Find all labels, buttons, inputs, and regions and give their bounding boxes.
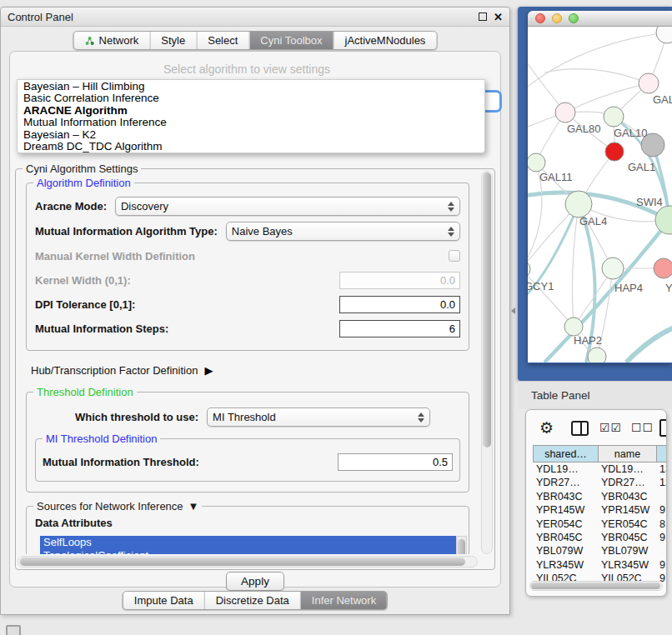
dpi-tolerance-label: DPI Tolerance [0,1]: bbox=[35, 298, 135, 311]
table-row[interactable]: YDR27…YDR27…12 bbox=[533, 476, 667, 489]
data-attributes-list: SelfLoops TopologicalCoefficient Between… bbox=[40, 536, 467, 554]
network-node[interactable] bbox=[588, 348, 606, 362]
sources-collapse-toggle[interactable]: Sources for Network Inference ▼ bbox=[33, 500, 202, 512]
select-all-checkboxes-icon[interactable]: ☑☑ bbox=[599, 421, 622, 434]
control-panel-tabbar: Network Style Select Cyni Toolbox jActiv… bbox=[73, 31, 438, 50]
table-row[interactable]: YPR145WYPR145W9. bbox=[533, 503, 667, 517]
dropdown-option[interactable]: Bayesian – Hill Climbing bbox=[18, 81, 484, 92]
tab-jactivemnodules[interactable]: jActiveMNodules bbox=[333, 32, 437, 49]
network-icon bbox=[85, 36, 95, 46]
network-canvas[interactable]: GAL GAL80 GAL10 GAL1 GAL11 SWI4 GAL4 GCY… bbox=[528, 27, 672, 362]
data-attributes-label: Data Attributes bbox=[35, 517, 462, 529]
column-header-name[interactable]: name bbox=[599, 446, 657, 462]
mi-steps-field[interactable]: 6 bbox=[339, 320, 460, 338]
tab-style[interactable]: Style bbox=[149, 32, 196, 49]
attributes-list-scrollbar[interactable] bbox=[456, 536, 467, 554]
hub-definition-expander[interactable]: Hub/Transcription Factor Definition ▶ bbox=[31, 364, 469, 377]
deselect-all-checkboxes-icon[interactable]: ☐☐ bbox=[631, 421, 654, 434]
node-label: Y bbox=[665, 282, 672, 294]
scrollbar-thumb[interactable] bbox=[458, 539, 465, 554]
scrollbar-thumb[interactable] bbox=[531, 582, 660, 589]
node-label: HAP2 bbox=[574, 334, 602, 347]
tab-cyni-toolbox[interactable]: Cyni Toolbox bbox=[248, 32, 333, 49]
sources-group: Sources for Network Inference ▼ Data Att… bbox=[26, 506, 469, 554]
node-label: GCY1 bbox=[528, 280, 554, 292]
which-threshold-combo[interactable]: MI Threshold bbox=[207, 408, 430, 427]
column-header-shared[interactable]: shared… bbox=[534, 446, 599, 462]
node-label: GAL11 bbox=[539, 171, 573, 183]
scrollbar-thumb[interactable] bbox=[483, 172, 491, 448]
tab-discretize-data[interactable]: Discretize Data bbox=[204, 592, 300, 609]
aracne-mode-label: Aracne Mode: bbox=[35, 200, 107, 212]
aracne-mode-combo[interactable]: Discovery bbox=[115, 197, 460, 216]
collapsed-arrow-icon: ▶ bbox=[204, 364, 213, 377]
dropdown-option[interactable]: Basic Correlation Inference bbox=[18, 92, 484, 104]
network-node-gal4[interactable] bbox=[565, 191, 592, 218]
dropdown-option[interactable]: Dream8 DC_TDC Algorithm bbox=[18, 141, 484, 152]
gear-icon[interactable]: ⚙ bbox=[539, 418, 554, 437]
cyni-bottom-tabbar: Impute Data Discretize Data Infer Networ… bbox=[123, 591, 388, 610]
network-view-area: GAL GAL80 GAL10 GAL1 GAL11 SWI4 GAL4 GCY… bbox=[518, 7, 672, 381]
dropdown-option-highlighted[interactable]: ARACNE Algorithm bbox=[18, 105, 484, 117]
manual-kernel-checkbox[interactable] bbox=[449, 250, 460, 262]
table-horizontal-scrollbar[interactable] bbox=[529, 581, 663, 591]
mi-type-combo[interactable]: Naive Bayes bbox=[226, 222, 460, 241]
list-item[interactable]: SelfLoops bbox=[40, 536, 456, 549]
column-header-partial[interactable]: A bbox=[657, 446, 667, 462]
hub-definition-label: Hub/Transcription Factor Definition bbox=[31, 364, 198, 377]
network-node-swi4[interactable] bbox=[655, 206, 672, 234]
combo-arrows-icon bbox=[448, 227, 454, 237]
table-row[interactable]: YDL19…YDL19…13 bbox=[533, 462, 667, 476]
table-row[interactable]: YER054CYER054C8. bbox=[533, 518, 667, 531]
node-label: SWI4 bbox=[636, 196, 663, 208]
network-node[interactable] bbox=[654, 258, 672, 278]
tab-select[interactable]: Select bbox=[196, 32, 248, 49]
tab-infer-network[interactable]: Infer Network bbox=[300, 592, 387, 609]
table-row[interactable]: YLR345WYLR345W9. bbox=[533, 558, 667, 572]
settings-horizontal-scrollbar[interactable] bbox=[18, 556, 478, 568]
dropdown-option[interactable]: Bayesian – K2 bbox=[18, 129, 484, 141]
network-node-gal1-selected[interactable] bbox=[605, 142, 624, 161]
zoom-traffic-light-icon[interactable] bbox=[569, 13, 579, 23]
tab-impute-data[interactable]: Impute Data bbox=[123, 592, 204, 609]
panel-splitter-handle[interactable] bbox=[511, 308, 515, 314]
network-node[interactable] bbox=[639, 73, 659, 93]
apply-button[interactable]: Apply bbox=[226, 572, 284, 591]
mi-threshold-label: Mutual Information Threshold: bbox=[43, 456, 199, 468]
dropdown-option[interactable]: Mutual Information Inference bbox=[18, 117, 484, 128]
network-window-titlebar bbox=[528, 11, 672, 27]
docked-panel-button[interactable] bbox=[6, 625, 21, 635]
kernel-width-field[interactable]: 0.0 bbox=[339, 272, 460, 289]
list-item[interactable]: TopologicalCoefficient bbox=[40, 549, 456, 554]
algorithm-definition-group: Algorithm Definition Aracne Mode: Discov… bbox=[26, 182, 469, 351]
manual-kernel-label: Manual Kernel Width Definition bbox=[35, 250, 195, 262]
network-node-gal10[interactable] bbox=[604, 107, 624, 127]
mi-threshold-field[interactable]: 0.5 bbox=[338, 453, 453, 471]
settings-vertical-scrollbar[interactable] bbox=[481, 171, 493, 554]
columns-icon[interactable] bbox=[571, 421, 589, 436]
minimize-traffic-light-icon[interactable] bbox=[552, 13, 562, 23]
close-icon[interactable]: ✕ bbox=[494, 12, 503, 22]
table-row[interactable]: YBL079WYBL079W bbox=[533, 544, 667, 558]
control-panel-titlebar: Control Panel ✕ bbox=[1, 8, 509, 27]
dpi-tolerance-field[interactable]: 0.0 bbox=[339, 296, 460, 313]
table-row[interactable]: YBR043CYBR043C bbox=[533, 490, 667, 503]
network-window: GAL GAL80 GAL10 GAL1 GAL11 SWI4 GAL4 GCY… bbox=[528, 11, 672, 363]
network-node-hap2[interactable] bbox=[564, 318, 583, 336]
network-node-gal80[interactable] bbox=[555, 102, 575, 122]
control-panel-title: Control Panel bbox=[8, 11, 73, 23]
scrollbar-thumb[interactable] bbox=[20, 558, 465, 566]
table-panel-header: Table Panel bbox=[518, 381, 672, 409]
document-icon[interactable] bbox=[659, 419, 667, 437]
combo-arrows-icon bbox=[418, 412, 424, 422]
network-node[interactable] bbox=[656, 27, 672, 43]
table-row[interactable]: YBR045CYBR045C9. bbox=[533, 531, 667, 544]
kernel-width-label: Kernel Width (0,1): bbox=[35, 274, 131, 287]
node-label: HAP4 bbox=[614, 282, 643, 294]
network-node-gcy1[interactable] bbox=[528, 260, 530, 278]
network-node-hap4[interactable] bbox=[602, 258, 624, 279]
close-traffic-light-icon[interactable] bbox=[535, 13, 545, 23]
tab-network[interactable]: Network bbox=[74, 32, 150, 49]
network-node-gal11[interactable] bbox=[528, 153, 545, 172]
float-window-icon[interactable] bbox=[479, 12, 487, 21]
